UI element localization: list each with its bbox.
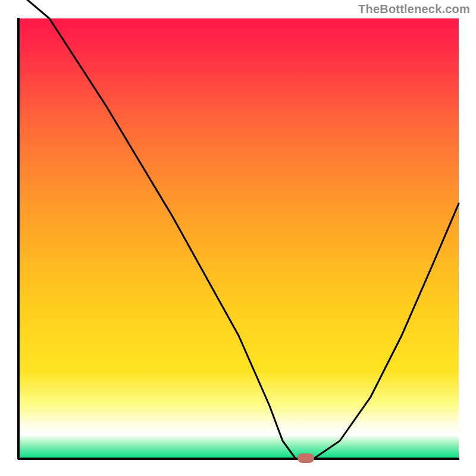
gradient-background <box>18 18 459 459</box>
watermark-text: TheBottleneck.com <box>358 2 470 16</box>
optimum-marker <box>298 453 314 463</box>
bottleneck-chart <box>0 0 476 476</box>
chart-svg <box>0 0 476 476</box>
